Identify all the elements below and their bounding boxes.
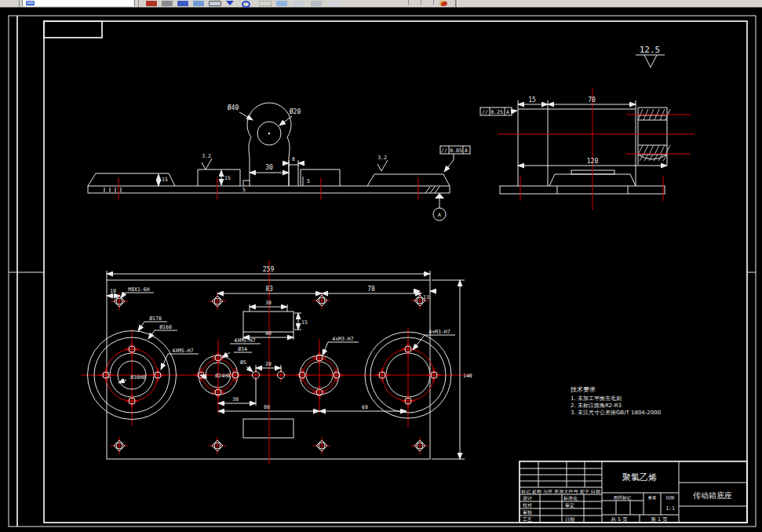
row-design: 设计 [523,495,532,501]
dim-78: 78 [367,286,375,293]
material-name: 聚氯乙烯 [622,472,657,483]
tech-req-item: 3. 未注尺寸公差按GB/T 1804-2000 [571,409,661,416]
toolbar-separator [421,0,421,5]
label-mid-bc: Ø34 [238,346,247,352]
layer-combo-field[interactable] [22,0,135,6]
dim-30b: 30 [232,396,239,403]
dim-slot30: 30 [265,300,272,306]
revision-header: 标记 处数 分区 更改文件号 签字 日期 [520,489,600,494]
gdt-tolerance: 0.05 [450,148,462,154]
col2-date: 日期 [565,516,574,523]
render-icon[interactable] [439,1,447,6]
sheet-total: 共 5 页 [611,516,628,523]
array-icon[interactable] [209,1,221,6]
toolbar-separator [19,0,20,7]
drawing-canvas[interactable]: 12.5 Ø40 Ø20 30 8 [0,0,762,532]
gdt-symbol: // [441,148,447,154]
dim-5-right: 5 [307,178,310,184]
draw-icon[interactable] [146,1,157,6]
dim-slot15: 15 [301,319,308,326]
label-dia5: Ø5 [240,359,246,366]
toolbar-separator [433,0,434,5]
weight-label: 重量 [648,495,658,500]
move-down-icon[interactable] [226,1,234,5]
scale-label: 比例 [666,495,675,501]
label-right-pattern: 4×M3-H7 [428,329,450,335]
pan-icon[interactable] [293,1,304,6]
tech-req-item: 2. 未标注圆角R2-R3 [571,402,622,409]
dim-15-left: 15 [162,177,168,183]
dim-69: 69 [362,404,368,410]
dim-15: 15 [528,97,536,104]
gdt-datum: A [465,148,468,154]
gdt-frame-side: // 0.25 A [480,107,517,115]
dim-83: 83 [265,286,273,293]
dim-15-boss: 15 [224,175,231,181]
row-check: 校对 [522,502,532,508]
col2-standardize: 标准化 [563,495,578,501]
row-process: 工艺 [523,516,532,522]
toolbar-separator [138,0,139,7]
row-review: 审核 [523,509,532,515]
roughness-value: 12.5 [640,45,661,55]
toolbar [0,0,762,8]
dim-80: 80 [264,404,270,410]
label-left-pattern: 4XM5-H7 [172,348,193,354]
plot-icon[interactable] [328,1,339,6]
scale-value: 1:1 [665,505,675,512]
tech-req-title: 技术要求 [570,386,596,393]
dim-30: 30 [265,164,273,171]
properties-icon[interactable] [311,1,322,6]
gdt-tolerance: 0.25 [490,109,503,115]
gdt-datum: A [506,109,509,115]
dim-13: 13 [423,294,429,301]
zoom-icon[interactable] [276,1,287,6]
dim-120: 120 [587,158,599,165]
dim-20: 20 [265,361,272,367]
label-corner-hole: M8X1-6H [128,286,149,293]
dim-10: 10 [110,288,116,294]
dim-259: 259 [263,266,275,273]
dim-70: 70 [588,97,596,104]
tech-req-item: 1. 未加工平面去毛刺 [571,395,622,402]
copy-icon[interactable] [177,1,188,6]
label-mid-pattern: 4XM5-H7 [234,337,255,344]
dim-5-left: 5 [242,187,246,193]
mirror-icon[interactable] [193,1,204,6]
toolbar-panel-edge [455,0,458,7]
select-box-icon[interactable] [259,1,272,6]
label-left-bore: Ø30H8 [130,374,146,381]
dim-dia20: Ø20 [290,107,301,115]
modify-icon[interactable] [162,1,173,6]
layer-grid-icon [26,1,35,5]
part-name: 传动箱底座 [693,491,732,500]
dim-140: 140 [463,373,472,379]
sheet-number: 第 1 页 [651,516,668,523]
datum-label: A [438,212,441,218]
dim-8: 8 [292,156,295,162]
label-dia160: Ø160 [159,324,172,330]
col2-approve: 审定 [565,502,574,508]
svg-text:3.2: 3.2 [377,155,387,161]
toolbar-separator [408,0,409,5]
svg-text:3.2: 3.2 [202,153,211,159]
gdt-symbol: // [482,109,488,115]
label-mid-bore: Ø24H8 [215,373,231,379]
rotate-icon[interactable] [242,1,250,8]
dim-slot40: 40 [265,330,272,337]
label-dia170: Ø170 [149,315,162,322]
mark-label: 图样标记 [614,495,632,501]
label-third-pattern: 4xM3-H7 [332,336,353,342]
dim-dia40: Ø40 [228,104,239,111]
